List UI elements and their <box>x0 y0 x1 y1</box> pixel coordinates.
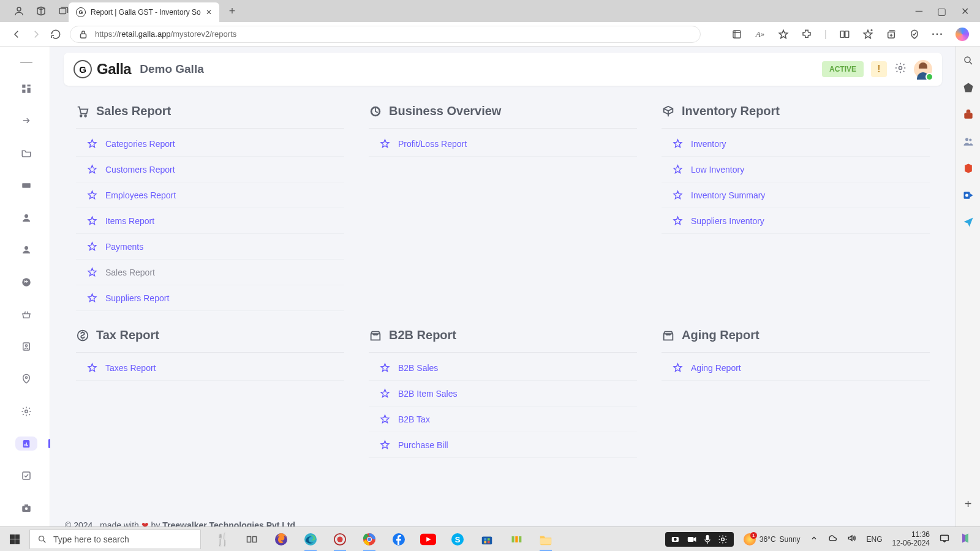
report-link[interactable]: Inventory <box>691 139 726 149</box>
report-link[interactable]: Purchase Bill <box>398 440 448 450</box>
window-minimize-button[interactable]: ─ <box>916 6 922 17</box>
window-maximize-button[interactable]: ▢ <box>937 6 946 17</box>
report-item[interactable]: Profit/Loss Report <box>369 131 637 157</box>
report-item[interactable]: Suppliers Report <box>76 285 344 311</box>
sidebar-book-icon[interactable] <box>15 340 37 354</box>
report-item[interactable]: Inventory Summary <box>662 182 930 208</box>
sidebar-camera-icon[interactable] <box>15 501 37 515</box>
report-item[interactable]: B2B Item Sales <box>369 381 637 407</box>
taskbar-store[interactable] <box>479 531 495 547</box>
address-bar[interactable]: https://retail.galla.app/mystorev2/repor… <box>70 26 701 43</box>
report-link[interactable]: Customers Report <box>105 165 175 174</box>
user-avatar[interactable] <box>914 60 932 78</box>
report-link[interactable]: Sales Report <box>105 268 155 277</box>
edge-people-icon[interactable] <box>962 135 975 148</box>
edge-shopping-icon[interactable] <box>962 81 975 94</box>
report-item[interactable]: Categories Report <box>76 131 344 157</box>
report-link[interactable]: B2B Sales <box>398 363 438 373</box>
sidebar-dashboard-icon[interactable] <box>15 81 37 96</box>
report-item[interactable]: Aging Report <box>662 355 930 381</box>
report-link[interactable]: B2B Item Sales <box>398 389 458 399</box>
split-screen-icon[interactable] <box>839 29 850 40</box>
report-item[interactable]: Suppliers Inventory <box>662 208 930 234</box>
collections-icon[interactable] <box>886 29 897 40</box>
taskbar-app-green[interactable] <box>508 531 524 547</box>
sidebar-reports-icon[interactable] <box>15 437 37 451</box>
sidebar-user1-icon[interactable] <box>15 211 37 225</box>
tray-cloud-icon[interactable] <box>827 534 837 544</box>
browser-essentials-icon[interactable] <box>909 29 920 40</box>
report-link[interactable]: Categories Report <box>105 139 175 149</box>
tray-weather[interactable]: 36°C Sunny <box>744 533 801 545</box>
taskbar-app-utensils[interactable]: 🍴 <box>214 531 230 547</box>
report-item[interactable]: Customers Report <box>76 157 344 182</box>
app-install-icon[interactable] <box>731 29 742 40</box>
sidebar-forward-icon[interactable] <box>15 276 37 290</box>
site-lock-icon[interactable] <box>78 29 89 40</box>
taskbar-facebook[interactable] <box>391 531 407 547</box>
report-link[interactable]: B2B Tax <box>398 414 430 424</box>
report-item[interactable]: Low Inventory <box>662 157 930 182</box>
report-link[interactable]: Low Inventory <box>691 165 744 174</box>
taskbar-task-view[interactable] <box>244 531 260 547</box>
edge-search-icon[interactable] <box>962 54 975 67</box>
taskbar-explorer[interactable] <box>538 531 554 547</box>
sidebar-user2-icon[interactable] <box>15 243 37 257</box>
report-link[interactable]: Suppliers Report <box>105 293 169 303</box>
report-item[interactable]: Purchase Bill <box>369 432 637 458</box>
edge-send-icon[interactable] <box>962 216 975 229</box>
profile-icon[interactable] <box>13 6 24 17</box>
report-item[interactable]: B2B Sales <box>369 355 637 381</box>
taskbar-record[interactable] <box>332 531 348 547</box>
tray-recording[interactable] <box>665 532 734 547</box>
refresh-button[interactable] <box>50 29 61 40</box>
extensions-icon[interactable] <box>801 29 812 40</box>
sidebar-folder-icon[interactable] <box>15 146 37 160</box>
report-link[interactable]: Profit/Loss Report <box>398 139 467 149</box>
sidebar-location-icon[interactable] <box>15 372 37 386</box>
tray-language[interactable]: ENG <box>867 535 883 544</box>
taskbar-youtube[interactable] <box>420 531 436 547</box>
sidebar-settings-icon[interactable] <box>15 404 37 418</box>
taskbar-search[interactable]: Type here to search <box>29 530 201 549</box>
sidebar-check-icon[interactable] <box>15 469 37 483</box>
browser-tab[interactable]: G Report | Galla GST - Inventory So ✕ <box>69 2 219 22</box>
tray-app-icon[interactable] <box>959 532 971 546</box>
report-item[interactable]: Taxes Report <box>76 355 344 381</box>
report-link[interactable]: Items Report <box>105 216 154 226</box>
window-close-button[interactable]: ✕ <box>961 6 969 17</box>
report-item[interactable]: Employees Report <box>76 182 344 208</box>
report-link[interactable]: Suppliers Inventory <box>691 216 764 226</box>
report-item[interactable]: B2B Tax <box>369 407 637 432</box>
close-tab-icon[interactable]: ✕ <box>206 8 212 17</box>
taskbar-chrome[interactable] <box>361 531 377 547</box>
report-item[interactable]: Items Report <box>76 208 344 234</box>
header-settings-icon[interactable] <box>894 62 907 77</box>
taskbar-skype[interactable]: S <box>450 531 466 547</box>
report-item[interactable]: Inventory <box>662 131 930 157</box>
sidebar-basket-icon[interactable] <box>15 307 37 321</box>
workspaces-icon[interactable] <box>36 6 47 17</box>
report-link[interactable]: Aging Report <box>691 363 741 373</box>
start-button[interactable] <box>0 527 29 552</box>
report-link[interactable]: Payments <box>105 242 143 252</box>
report-link[interactable]: Inventory Summary <box>691 190 765 200</box>
taskbar-edge[interactable] <box>303 531 318 547</box>
copilot-icon[interactable] <box>956 28 969 41</box>
report-link[interactable]: Taxes Report <box>105 363 156 373</box>
more-menu-icon[interactable]: ··· <box>932 29 943 40</box>
sidebar-variant-icon[interactable] <box>15 178 37 192</box>
tray-chevron-icon[interactable] <box>810 534 818 544</box>
edge-add-icon[interactable]: + <box>962 497 975 511</box>
back-button[interactable] <box>11 29 22 40</box>
sidebar-toggle[interactable] <box>20 62 32 63</box>
tray-clock[interactable]: 11:36 12-06-2024 <box>892 531 930 548</box>
warning-badge[interactable]: ! <box>871 61 887 77</box>
sidebar-transfer-icon[interactable] <box>15 114 37 128</box>
edge-tools-icon[interactable] <box>962 108 975 121</box>
tray-notifications-icon[interactable] <box>940 534 949 544</box>
tab-overview-icon[interactable] <box>58 6 69 17</box>
edge-m365-icon[interactable] <box>962 162 975 175</box>
report-item[interactable]: Payments <box>76 234 344 260</box>
favorites-list-icon[interactable] <box>862 29 873 40</box>
